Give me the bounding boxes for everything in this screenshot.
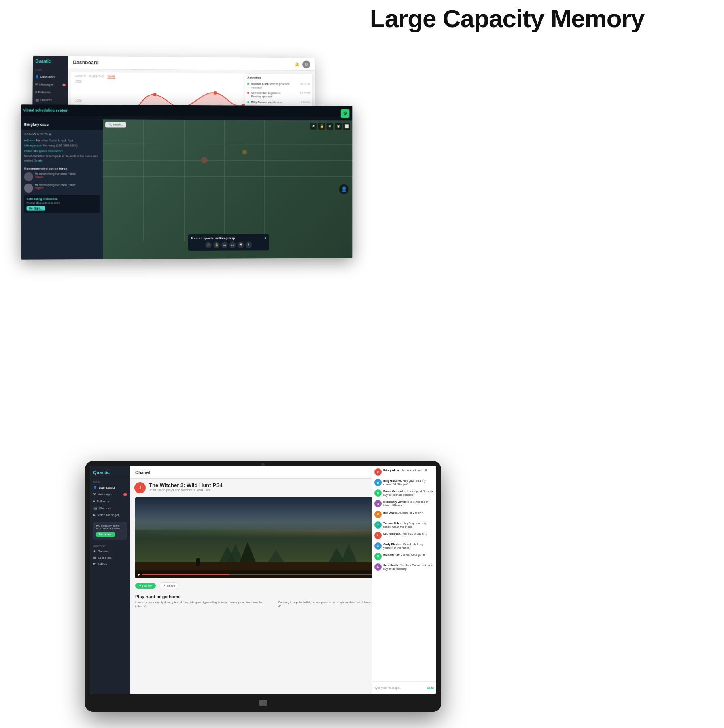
- chat-message: KKristy Allen: Hice one kill them all: [374, 468, 434, 476]
- chat-message: SSara Smith: Nice lock Tomorrow i go to …: [374, 563, 434, 571]
- chat-text: Kristy Allen: Hice one kill them all: [383, 468, 427, 472]
- chat-username: Richard Allen:: [383, 553, 402, 556]
- tablet-sidebar-messages[interactable]: ✉ Messages 1: [90, 491, 130, 498]
- sidebar-item-messages[interactable]: ✉Messages1: [33, 80, 68, 89]
- officer-name: Mr.sanshiWang Nanshan Public: [35, 172, 75, 175]
- svg-line-4: [103, 144, 352, 144]
- ctrl-btn-4[interactable]: ⏭: [229, 242, 236, 248]
- ctrl-btn-5[interactable]: 📢: [238, 242, 244, 248]
- video-info: The Witcher 3: Wild Hunt PS4 John Stone …: [149, 482, 223, 492]
- chat-message: LLauren Beck: Yeh Sick of this shit: [374, 532, 434, 539]
- svg-rect-19: [259, 700, 263, 703]
- chat-message: RRichard Allen: Great Cool game: [374, 553, 434, 560]
- map-person-icon[interactable]: 👤: [339, 184, 349, 194]
- scheduling-panel: Scheduling instruction Please deal with …: [24, 195, 100, 213]
- chat-avatar: K: [374, 468, 382, 476]
- tablet-sidebar-following[interactable]: ♥ Following: [90, 498, 130, 505]
- play-button[interactable]: ▶: [138, 573, 140, 576]
- chat-text: Yvonne Miles: Hey Stop spaming here!!! C…: [383, 521, 434, 529]
- share-button[interactable]: ↗ Share: [159, 582, 179, 589]
- activity-item-1: Richard Allen send to you new message 48…: [247, 82, 310, 90]
- details-link[interactable]: Details: [34, 159, 43, 162]
- ctrl-btn-2[interactable]: 🔒: [213, 242, 220, 248]
- officer-report[interactable]: Report: [35, 186, 75, 189]
- ctrl-btn-1[interactable]: 🎥: [205, 242, 212, 248]
- tablet-browse-channels[interactable]: ▦ Channels: [90, 554, 130, 561]
- police-search[interactable]: 🔍 seach...: [105, 122, 126, 127]
- video-manager-icon: ▶: [93, 513, 96, 517]
- find-more-button[interactable]: Find more!: [96, 532, 115, 537]
- sidebar-item-following[interactable]: ♥Following: [33, 88, 68, 96]
- activity-item-2: New member registered. Pending approval.…: [247, 91, 310, 99]
- svg-line-5: [103, 160, 352, 161]
- svg-point-1: [214, 91, 217, 95]
- chat-avatar: Y: [374, 521, 382, 529]
- send-button[interactable]: Send: [427, 686, 434, 689]
- chat-message: RRosemary James: Hello Add me in friends…: [374, 500, 434, 507]
- sidebar-item-channel[interactable]: 📹Channel: [32, 96, 68, 104]
- tablet-browse-videos[interactable]: ▶ Videos: [90, 561, 130, 567]
- follow-button[interactable]: ♥ Follow: [135, 583, 156, 589]
- streamer-avatar: J: [134, 482, 146, 493]
- ctrl-btn-3[interactable]: ⏮: [221, 242, 228, 248]
- map-icon-5[interactable]: ⬜: [343, 123, 350, 130]
- close-icon[interactable]: ×: [265, 236, 267, 240]
- chat-input[interactable]: Type your message...: [374, 686, 425, 689]
- chat-avatar: S: [374, 563, 382, 571]
- svg-point-12: [242, 150, 247, 154]
- dashboard-logo: Quantic: [33, 56, 68, 67]
- scheduling-text: Please deal with it at once: [27, 201, 97, 204]
- y-label-2000: 2000: [75, 99, 82, 102]
- sidebar-item-dashboard[interactable]: 👤Dashboard: [33, 73, 68, 81]
- svg-rect-20: [263, 700, 267, 703]
- chat-username: Billy Gardner:: [383, 479, 402, 482]
- dashboard-icon: 👤: [93, 486, 97, 489]
- tablet-sidebar-channel[interactable]: 📹 Channel: [90, 505, 130, 512]
- map-icon-3[interactable]: ⊕: [326, 123, 333, 130]
- chat-avatar: R: [374, 553, 382, 560]
- case-info: 2016-3-5 12:22:25 🖨 Address: Nanshan Dis…: [21, 130, 103, 165]
- ctrl-btn-6[interactable]: ⬆: [246, 241, 252, 248]
- y-label-2500: 2500: [75, 80, 82, 83]
- avatar[interactable]: U: [302, 60, 310, 68]
- chat-username: Kristy Allen:: [383, 469, 400, 472]
- notification-icon[interactable]: 🔔: [295, 62, 299, 66]
- action-controls: 🎥 🔒 ⏮ ⏭ 📢 ⬆: [191, 241, 266, 248]
- map-icon-4[interactable]: ◉: [335, 123, 342, 130]
- case-details: Nanshan District hi tech park in the nor…: [24, 154, 100, 163]
- chat-text: Bruce Carpenter: Looks great Need to buy…: [383, 489, 434, 497]
- channels-icon: ▦: [93, 556, 96, 559]
- chat-text: Bill Owens: @rosemary WTF?!: [383, 511, 423, 514]
- activity-name: Billy Owens: [251, 101, 267, 104]
- officer-list: Mr.sanshiWang Nanshan Public Report Mr.s…: [21, 172, 103, 193]
- redispatch-button[interactable]: Re dispa...: [27, 206, 45, 210]
- tablet-sidebar-video-manager[interactable]: ▶ Video Manager: [90, 512, 130, 518]
- windows-logo: [259, 700, 267, 706]
- activity-action: Pending approval.: [251, 95, 281, 98]
- tablet-sidebar: Quantic Main 👤 Dashboard ✉ Messages 1 ♥ …: [90, 466, 130, 694]
- officer-report[interactable]: Report: [35, 175, 75, 178]
- settings-button[interactable]: ⚙: [341, 109, 350, 118]
- sidebar-section-main: Main: [33, 67, 68, 73]
- officer-avatar: [24, 184, 33, 193]
- chat-username: Lauren Beck:: [383, 532, 401, 535]
- chat-avatar: R: [374, 500, 382, 507]
- tablet-browse-games[interactable]: ✦ Games: [90, 548, 130, 554]
- tablet-sidebar-dashboard[interactable]: 👤 Dashboard: [90, 484, 130, 491]
- videos-icon: ▶: [93, 562, 96, 565]
- messages-icon: ✉: [93, 493, 96, 496]
- tablet-logo: Quantic: [90, 466, 130, 478]
- map-icon-1[interactable]: 👁: [310, 123, 317, 130]
- home-button[interactable]: [257, 698, 269, 708]
- tab-month[interactable]: MONTH: [75, 75, 86, 78]
- tab-year[interactable]: YEAR: [107, 75, 115, 78]
- chat-username: Sara Smith:: [383, 564, 399, 567]
- svg-point-0: [153, 93, 156, 96]
- tab-6months[interactable]: 6 MONTHS: [89, 75, 104, 78]
- recommended-title: Recommended police force: [21, 165, 103, 172]
- map-icon-2[interactable]: 🔒: [318, 123, 325, 130]
- activity-action: send to you: [268, 101, 282, 104]
- activity-item-3: Billy Owens send to you 2 hours: [247, 100, 310, 104]
- activity-time: 48 mins: [300, 82, 310, 85]
- police-header: Visual scheduling system: [21, 104, 352, 117]
